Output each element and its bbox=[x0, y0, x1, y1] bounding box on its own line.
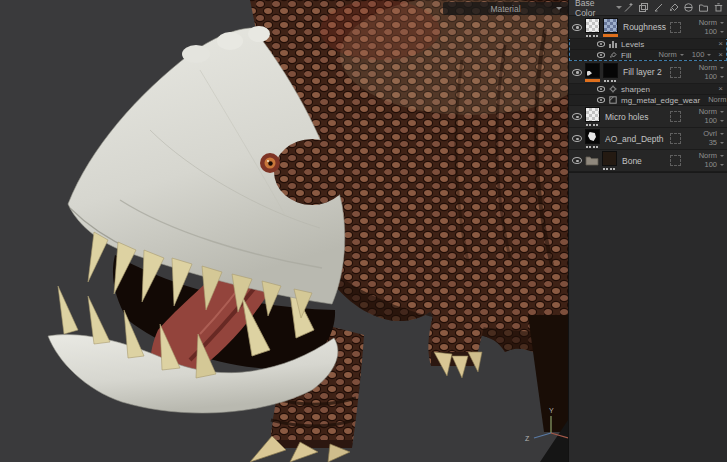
blend-mode-dropdown[interactable]: Norm bbox=[699, 152, 724, 160]
visibility-eye-icon[interactable] bbox=[572, 135, 582, 142]
fill-effect-icon bbox=[609, 51, 617, 59]
remove-effect-button[interactable]: × bbox=[718, 51, 723, 59]
visibility-eye-icon[interactable] bbox=[572, 113, 582, 120]
chevron-down-icon bbox=[720, 22, 724, 24]
layer-name: AO_and_Depth bbox=[605, 134, 664, 144]
layer-row-bone-folder[interactable]: Bone Norm 100 bbox=[569, 150, 727, 172]
app-window: Material Y Z X Base Color bbox=[0, 0, 727, 462]
layer-group-fill-layer-2: Fill layer 2 Norm 100 bbox=[569, 61, 727, 106]
mask-slot[interactable] bbox=[670, 133, 681, 144]
visibility-eye-icon[interactable] bbox=[572, 157, 582, 164]
layer-list-empty-area[interactable] bbox=[569, 172, 727, 462]
blend-mode-dropdown[interactable]: Norm bbox=[658, 51, 683, 59]
layer-thumbnail[interactable] bbox=[585, 107, 600, 126]
effect-name: Fill bbox=[621, 51, 631, 60]
visibility-eye-icon[interactable] bbox=[597, 52, 605, 58]
wand-icon bbox=[623, 2, 634, 13]
material-thumbnail[interactable] bbox=[603, 18, 618, 37]
opacity-dropdown[interactable]: 35 bbox=[709, 139, 724, 147]
chevron-down-icon bbox=[720, 67, 724, 69]
material-thumbnail[interactable] bbox=[603, 63, 618, 82]
add-paint-layer-button[interactable] bbox=[637, 2, 649, 14]
layer-row[interactable]: Fill layer 2 Norm 100 bbox=[569, 61, 727, 84]
trash-icon bbox=[713, 2, 724, 13]
chevron-down-icon bbox=[556, 7, 562, 10]
folder-icon bbox=[585, 152, 599, 170]
filter-gear-icon bbox=[609, 85, 617, 93]
opacity-dropdown[interactable]: 100 bbox=[704, 73, 724, 81]
blend-mode-dropdown[interactable]: Norm bbox=[699, 64, 724, 72]
visibility-eye-icon[interactable] bbox=[572, 24, 582, 31]
layer-row-micro-holes[interactable]: Micro holes Norm 100 bbox=[569, 106, 727, 128]
mask-slot[interactable] bbox=[670, 22, 681, 33]
effect-name: mg_metal_edge_wear bbox=[621, 96, 700, 105]
layer-list: Roughness Norm 100 bbox=[569, 16, 727, 172]
effect-name: Levels bbox=[621, 40, 644, 49]
delete-layer-button[interactable] bbox=[712, 2, 724, 14]
effect-name: sharpen bbox=[621, 85, 650, 94]
layer-thumbnail[interactable] bbox=[585, 129, 600, 148]
gizmo-z-label: Z bbox=[525, 435, 530, 442]
mask-slot[interactable] bbox=[670, 67, 681, 78]
channel-dropdown-label: Base Color bbox=[575, 0, 608, 18]
chevron-down-icon bbox=[707, 54, 711, 56]
layer-group-roughness: Roughness Norm 100 bbox=[569, 16, 727, 61]
layer-row-ao-and-depth[interactable]: AO_and_Depth Ovrl 35 bbox=[569, 128, 727, 150]
layer-thumbnail[interactable] bbox=[585, 18, 600, 37]
add-folder-button[interactable] bbox=[697, 2, 709, 14]
opacity-dropdown[interactable]: 100 bbox=[704, 161, 724, 169]
layer-name: Fill layer 2 bbox=[623, 67, 662, 77]
folder-thumbnail[interactable] bbox=[602, 151, 617, 170]
layer-name: Micro holes bbox=[605, 112, 648, 122]
folder-icon bbox=[698, 2, 709, 13]
effect-row[interactable]: mg_metal_edge_wear Norm 100 × bbox=[569, 95, 727, 106]
chevron-down-icon bbox=[720, 155, 724, 157]
layer-row[interactable]: Roughness Norm 100 bbox=[569, 16, 727, 39]
remove-effect-button[interactable]: × bbox=[718, 40, 723, 48]
effect-row[interactable]: sharpen × bbox=[569, 84, 727, 95]
blend-mode-dropdown[interactable]: Norm bbox=[699, 108, 724, 116]
levels-icon bbox=[609, 40, 617, 48]
layers-panel: Base Color bbox=[568, 0, 727, 462]
generator-icon bbox=[609, 96, 617, 104]
fill-badge-icon bbox=[587, 71, 592, 76]
chevron-down-icon bbox=[720, 111, 724, 113]
add-fill-layer-button[interactable] bbox=[667, 2, 679, 14]
chevron-down-icon bbox=[680, 54, 684, 56]
chevron-down-icon bbox=[720, 31, 724, 33]
visibility-eye-icon[interactable] bbox=[597, 41, 605, 47]
effect-row[interactable]: Fill Norm 100 × bbox=[569, 50, 727, 61]
opacity-dropdown[interactable]: 100 bbox=[692, 51, 712, 59]
material-mode-dropdown[interactable]: Material bbox=[443, 2, 568, 15]
add-effect-button[interactable] bbox=[622, 2, 634, 14]
layers-toolbar: Base Color bbox=[569, 0, 727, 16]
remove-effect-button[interactable]: × bbox=[718, 85, 723, 93]
pen-tool-button[interactable] bbox=[652, 2, 664, 14]
chevron-down-icon bbox=[720, 120, 724, 122]
visibility-eye-icon[interactable] bbox=[597, 86, 605, 92]
mask-slot[interactable] bbox=[670, 111, 681, 122]
blend-mode-dropdown[interactable]: Norm bbox=[699, 19, 724, 27]
navigation-gizmo[interactable]: Y Z X bbox=[524, 404, 568, 456]
chevron-down-icon bbox=[720, 133, 724, 135]
opacity-dropdown[interactable]: 100 bbox=[704, 28, 724, 36]
sphere-icon bbox=[683, 2, 694, 13]
add-smart-material-button[interactable] bbox=[682, 2, 694, 14]
blend-mode-dropdown[interactable]: Ovrl bbox=[703, 130, 724, 138]
layers-icon bbox=[638, 2, 649, 13]
chevron-down-icon bbox=[720, 164, 724, 166]
effect-row[interactable]: Levels × bbox=[569, 39, 727, 50]
viewport-3d[interactable]: Material Y Z X bbox=[0, 0, 568, 462]
mask-slot[interactable] bbox=[670, 155, 681, 166]
pen-icon bbox=[653, 2, 664, 13]
visibility-eye-icon[interactable] bbox=[572, 69, 582, 76]
chevron-down-icon bbox=[720, 142, 724, 144]
layer-thumbnail[interactable] bbox=[585, 63, 600, 82]
opacity-dropdown[interactable]: 100 bbox=[704, 117, 724, 125]
visibility-eye-icon[interactable] bbox=[597, 97, 605, 103]
layer-name: Bone bbox=[622, 156, 642, 166]
blend-mode-dropdown[interactable]: Norm bbox=[708, 96, 727, 104]
channel-dropdown[interactable]: Base Color bbox=[575, 0, 622, 18]
material-mode-label: Material bbox=[490, 4, 520, 14]
gizmo-y-label: Y bbox=[549, 407, 554, 414]
